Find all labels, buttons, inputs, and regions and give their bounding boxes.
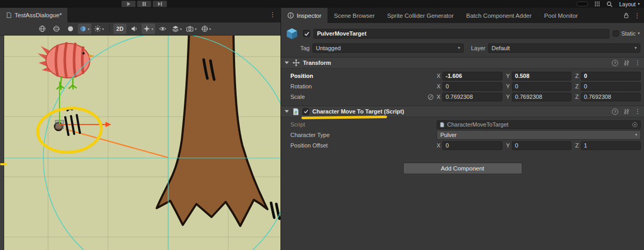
layout-label: Layout <box>619 1 636 7</box>
inspector-panel: Inspector Scene Browser Sprite Collider … <box>280 8 644 250</box>
camera-dropdown[interactable]: ▾ <box>184 24 198 34</box>
step-button[interactable] <box>153 1 167 7</box>
2d-toggle-button[interactable]: 2D <box>113 24 126 34</box>
tab-label: Sprite Collider Generator <box>387 13 453 19</box>
transform-icon <box>292 59 300 66</box>
caret-down-icon: ▾ <box>88 27 90 31</box>
play-controls <box>121 1 167 7</box>
position-row: Position X-1.606 Y0.508 Z0 <box>281 71 641 81</box>
help-icon[interactable]: ? <box>612 60 618 66</box>
header-icons: ? ⋮ <box>612 60 641 66</box>
z-axis-label: Z <box>575 73 579 79</box>
rotation-y-field[interactable]: 0 <box>512 82 571 91</box>
effects-sparkle-dropdown[interactable]: ▾ <box>142 24 155 34</box>
header-icons: ? ⋮ <box>612 108 641 115</box>
draw-mode-globe-icon[interactable] <box>36 24 49 34</box>
account-button[interactable] <box>577 2 588 6</box>
gameobject-header: Static ▾ Tag Untagged ▾ Layer Default ▾ <box>281 23 644 57</box>
scene-tab[interactable]: TestAssDialogue* <box>0 8 67 22</box>
inspector-body: Static ▾ Tag Untagged ▾ Layer Default ▾ <box>281 23 644 250</box>
scale-z-field[interactable]: 0.7692308 <box>581 93 641 101</box>
toolbar-separator <box>109 25 110 33</box>
rotation-z-field[interactable]: 0 <box>581 82 641 91</box>
caret-down-icon: ▾ <box>635 133 637 137</box>
component-menu-icon[interactable]: ⋮ <box>635 108 641 115</box>
scale-y-field[interactable]: 0.7692308 <box>512 93 571 101</box>
layers-stack-dropdown[interactable]: ▾ <box>170 24 184 34</box>
play-button[interactable] <box>121 1 136 7</box>
scale-x-field[interactable]: 0.7692308 <box>442 93 502 101</box>
z-axis-label: Z <box>575 142 579 149</box>
tab-inspector[interactable]: Inspector <box>281 8 327 23</box>
offset-y-field[interactable]: 0 <box>512 141 571 150</box>
tag-dropdown[interactable]: Untagged ▾ <box>312 43 464 53</box>
rotation-label: Rotation <box>290 83 437 89</box>
shaded-sphere-icon <box>79 25 87 32</box>
character-type-dropdown[interactable]: Pulver ▾ <box>437 130 641 140</box>
prefab-cube-icon[interactable] <box>284 27 300 40</box>
inspector-tab-bar: Inspector Scene Browser Sprite Collider … <box>281 8 644 23</box>
rotation-x-field[interactable]: 0 <box>442 82 502 91</box>
pause-button[interactable] <box>137 1 151 7</box>
script-object-field[interactable]: CharacterMoveToTarget <box>437 120 641 129</box>
x-axis-label: X <box>437 73 440 79</box>
position-z-field[interactable]: 0 <box>581 72 641 81</box>
svg-text:?: ? <box>614 61 616 65</box>
offset-z-field[interactable]: 1 <box>581 141 641 150</box>
script-enabled-checkbox[interactable] <box>302 108 309 115</box>
transform-header[interactable]: Transform ? ⋮ <box>281 57 644 69</box>
tab-sprite-collider-generator[interactable]: Sprite Collider Generator <box>381 8 460 23</box>
lighting-sun-dropdown[interactable]: ▾ <box>92 24 106 34</box>
component-menu-icon[interactable]: ⋮ <box>635 60 641 66</box>
position-x-field[interactable]: -1.606 <box>442 72 502 81</box>
layout-dropdown[interactable]: Layout ▾ <box>619 1 640 7</box>
static-checkbox[interactable] <box>613 30 619 37</box>
wireframe-sphere-icon[interactable] <box>50 24 63 34</box>
tab-pool-monitor[interactable]: Pool Monitor <box>538 8 584 23</box>
layer-dropdown[interactable]: Default ▾ <box>488 43 640 53</box>
tab-batch-component-adder[interactable]: Batch Component Adder <box>460 8 538 23</box>
active-checkbox[interactable] <box>303 30 310 37</box>
gameobject-name-field[interactable] <box>313 29 610 39</box>
camera-icon <box>186 25 194 32</box>
scene-tab-menu-icon[interactable]: ⋮ <box>270 12 276 18</box>
character-type-value: Pulver <box>440 132 456 138</box>
gizmos-sphere-dropdown[interactable]: ▾ <box>200 24 213 34</box>
scene-toolbar: ▾ ▾ 2D ▾ ▾ ▾ <box>0 22 280 36</box>
presets-icon[interactable] <box>623 108 630 115</box>
caret-down-icon: ▾ <box>151 27 154 31</box>
position-y-field[interactable]: 0.508 <box>512 72 571 81</box>
position-label: Position <box>290 73 437 79</box>
scene-view-canvas[interactable] <box>0 36 280 250</box>
static-caret-icon[interactable]: ▾ <box>638 31 640 36</box>
search-icon[interactable] <box>606 1 613 7</box>
script-field-label: Script <box>290 121 437 128</box>
object-picker-icon[interactable] <box>632 122 638 128</box>
offset-x-field[interactable]: 0 <box>442 141 502 150</box>
x-axis-label: X <box>437 142 440 149</box>
shaded-sphere-dropdown[interactable]: ▾ <box>78 24 91 34</box>
add-component-button[interactable]: Add Component <box>403 163 522 174</box>
audio-speaker-icon[interactable] <box>127 24 140 34</box>
lock-icon[interactable] <box>623 12 629 19</box>
position-offset-label: Position Offset <box>290 142 437 149</box>
presets-icon[interactable] <box>623 60 630 66</box>
foldout-arrow-icon[interactable] <box>284 61 289 64</box>
script-header[interactable]: # Character Move To Target (Script) ? ⋮ <box>281 106 644 117</box>
occlusion-circle-icon[interactable] <box>64 24 77 34</box>
foldout-arrow-icon[interactable] <box>284 110 289 113</box>
visibility-eye-icon[interactable] <box>156 24 169 34</box>
inspector-icon <box>287 12 294 19</box>
rotation-row: Rotation X0 Y0 Z0 <box>281 81 641 92</box>
y-axis-label: Y <box>506 73 510 79</box>
inspector-menu-icon[interactable]: ⋮ <box>634 13 640 19</box>
script-icon <box>440 122 444 128</box>
toolbar-right-group: Layout ▾ <box>577 0 640 8</box>
check-icon <box>304 31 310 37</box>
scene-panel: TestAssDialogue* ⋮ ▾ ▾ 2D <box>0 8 280 250</box>
tab-scene-browser[interactable]: Scene Browser <box>327 8 381 23</box>
help-icon[interactable]: ? <box>612 108 618 115</box>
scale-row: Scale X0.7692308 Y0.7692308 Z0.7692308 <box>281 92 641 102</box>
grid-apps-icon[interactable] <box>594 1 600 7</box>
scale-constrain-icon[interactable] <box>427 94 437 100</box>
